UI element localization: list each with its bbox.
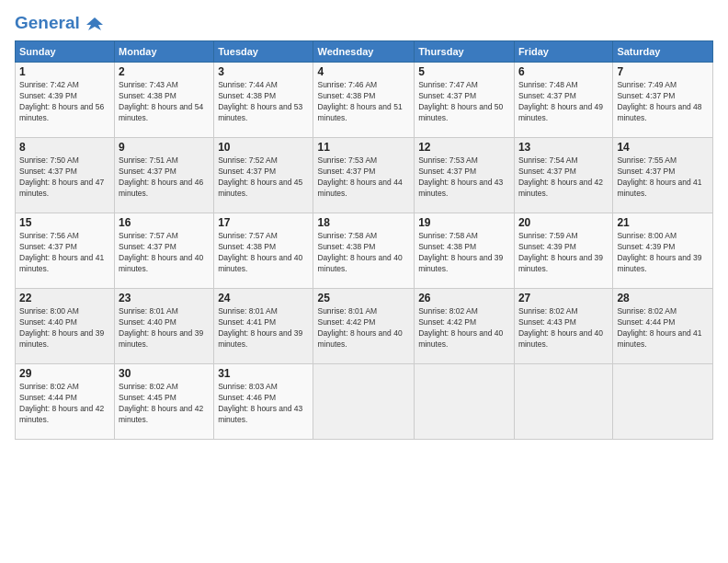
col-header-tuesday: Tuesday	[214, 40, 313, 62]
daylight-label: Daylight: 8 hours and 39 minutes.	[617, 253, 701, 273]
day-number: 25	[317, 292, 410, 304]
day-number: 8	[19, 141, 110, 154]
daylight-label: Daylight: 8 hours and 49 minutes.	[518, 102, 603, 122]
day-number: 22	[19, 292, 110, 304]
sunset-label: Sunset: 4:38 PM	[317, 242, 375, 251]
day-info: Sunrise: 7:59 AM Sunset: 4:39 PM Dayligh…	[518, 231, 609, 275]
calendar-cell: 16 Sunrise: 7:57 AM Sunset: 4:37 PM Dayl…	[115, 213, 214, 288]
calendar-cell: 25 Sunrise: 8:01 AM Sunset: 4:42 PM Dayl…	[313, 288, 415, 363]
sunset-label: Sunset: 4:38 PM	[218, 242, 276, 251]
calendar-cell: 31 Sunrise: 8:03 AM Sunset: 4:46 PM Dayl…	[214, 363, 313, 439]
day-info: Sunrise: 8:02 AM Sunset: 4:45 PM Dayligh…	[119, 382, 210, 426]
day-info: Sunrise: 7:54 AM Sunset: 4:37 PM Dayligh…	[518, 155, 609, 200]
day-number: 27	[518, 292, 609, 304]
calendar-cell: 30 Sunrise: 8:02 AM Sunset: 4:45 PM Dayl…	[115, 363, 214, 439]
day-number: 2	[119, 65, 210, 78]
day-info: Sunrise: 7:57 AM Sunset: 4:38 PM Dayligh…	[218, 231, 309, 275]
daylight-label: Daylight: 8 hours and 44 minutes.	[317, 178, 402, 198]
day-info: Sunrise: 7:50 AM Sunset: 4:37 PM Dayligh…	[19, 155, 110, 200]
day-info: Sunrise: 7:51 AM Sunset: 4:37 PM Dayligh…	[119, 155, 210, 200]
day-info: Sunrise: 7:55 AM Sunset: 4:37 PM Dayligh…	[617, 155, 709, 200]
sunset-label: Sunset: 4:39 PM	[19, 91, 77, 100]
daylight-label: Daylight: 8 hours and 39 minutes.	[218, 328, 302, 349]
daylight-label: Daylight: 8 hours and 39 minutes.	[19, 328, 104, 349]
day-number: 3	[218, 65, 309, 78]
day-number: 30	[119, 367, 210, 380]
day-info: Sunrise: 8:03 AM Sunset: 4:46 PM Dayligh…	[218, 382, 309, 426]
sunset-label: Sunset: 4:37 PM	[418, 91, 476, 100]
calendar-week-row: 8 Sunrise: 7:50 AM Sunset: 4:37 PM Dayli…	[16, 137, 713, 213]
day-number: 12	[418, 141, 510, 154]
day-number: 18	[317, 216, 410, 229]
daylight-label: Daylight: 8 hours and 54 minutes.	[119, 102, 203, 122]
day-number: 29	[19, 367, 110, 380]
day-number: 10	[218, 141, 309, 154]
sunrise-label: Sunrise: 7:57 AM	[218, 231, 278, 240]
day-number: 5	[418, 65, 510, 78]
day-info: Sunrise: 8:02 AM Sunset: 4:42 PM Dayligh…	[418, 306, 510, 350]
sunset-label: Sunset: 4:41 PM	[218, 317, 276, 327]
daylight-label: Daylight: 8 hours and 42 minutes.	[518, 178, 603, 198]
sunrise-label: Sunrise: 8:00 AM	[617, 231, 677, 240]
daylight-label: Daylight: 8 hours and 42 minutes.	[119, 404, 203, 424]
logo-bird-icon	[86, 16, 103, 32]
sunrise-label: Sunrise: 8:02 AM	[418, 306, 478, 316]
sunset-label: Sunset: 4:39 PM	[617, 242, 675, 251]
calendar-cell: 17 Sunrise: 7:57 AM Sunset: 4:38 PM Dayl…	[214, 213, 313, 288]
sunset-label: Sunset: 4:40 PM	[19, 317, 77, 327]
daylight-label: Daylight: 8 hours and 51 minutes.	[317, 102, 402, 122]
sunrise-label: Sunrise: 7:53 AM	[418, 155, 478, 165]
sunrise-label: Sunrise: 7:51 AM	[119, 155, 178, 165]
sunset-label: Sunset: 4:37 PM	[19, 242, 77, 251]
calendar-cell: 10 Sunrise: 7:52 AM Sunset: 4:37 PM Dayl…	[214, 137, 313, 213]
sunrise-label: Sunrise: 7:47 AM	[418, 80, 478, 89]
day-info: Sunrise: 8:00 AM Sunset: 4:40 PM Dayligh…	[19, 306, 110, 350]
sunrise-label: Sunrise: 7:55 AM	[617, 155, 677, 165]
sunrise-label: Sunrise: 7:53 AM	[317, 155, 377, 165]
day-info: Sunrise: 7:48 AM Sunset: 4:37 PM Dayligh…	[518, 80, 609, 124]
day-number: 20	[518, 216, 609, 229]
sunset-label: Sunset: 4:44 PM	[617, 317, 675, 327]
daylight-label: Daylight: 8 hours and 48 minutes.	[617, 102, 701, 122]
day-number: 11	[317, 141, 410, 154]
calendar-cell: 5 Sunrise: 7:47 AM Sunset: 4:37 PM Dayli…	[415, 62, 515, 137]
day-info: Sunrise: 7:44 AM Sunset: 4:38 PM Dayligh…	[218, 80, 309, 124]
sunrise-label: Sunrise: 8:00 AM	[19, 306, 79, 316]
day-number: 9	[119, 141, 210, 154]
sunset-label: Sunset: 4:38 PM	[418, 242, 476, 251]
calendar-cell: 14 Sunrise: 7:55 AM Sunset: 4:37 PM Dayl…	[613, 137, 713, 213]
daylight-label: Daylight: 8 hours and 40 minutes.	[518, 328, 603, 349]
calendar-cell: 19 Sunrise: 7:58 AM Sunset: 4:38 PM Dayl…	[415, 213, 515, 288]
day-number: 13	[518, 141, 609, 154]
calendar-cell: 22 Sunrise: 8:00 AM Sunset: 4:40 PM Dayl…	[16, 288, 115, 363]
sunrise-label: Sunrise: 7:54 AM	[518, 155, 578, 165]
day-number: 16	[119, 216, 210, 229]
calendar-cell: 24 Sunrise: 8:01 AM Sunset: 4:41 PM Dayl…	[214, 288, 313, 363]
day-info: Sunrise: 8:02 AM Sunset: 4:44 PM Dayligh…	[19, 382, 110, 426]
day-number: 1	[19, 65, 110, 78]
daylight-label: Daylight: 8 hours and 56 minutes.	[19, 102, 104, 122]
day-number: 23	[119, 292, 210, 304]
day-number: 6	[518, 65, 609, 78]
sunrise-label: Sunrise: 7:44 AM	[218, 80, 278, 89]
daylight-label: Daylight: 8 hours and 40 minutes.	[317, 328, 402, 349]
calendar-cell: 12 Sunrise: 7:53 AM Sunset: 4:37 PM Dayl…	[415, 137, 515, 213]
calendar-cell: 4 Sunrise: 7:46 AM Sunset: 4:38 PM Dayli…	[313, 62, 415, 137]
sunset-label: Sunset: 4:42 PM	[317, 317, 375, 327]
daylight-label: Daylight: 8 hours and 50 minutes.	[418, 102, 503, 122]
col-header-sunday: Sunday	[16, 40, 115, 62]
day-info: Sunrise: 7:42 AM Sunset: 4:39 PM Dayligh…	[19, 80, 110, 124]
header: General	[15, 13, 713, 33]
sunrise-label: Sunrise: 7:59 AM	[518, 231, 578, 240]
sunset-label: Sunset: 4:44 PM	[19, 393, 77, 402]
sunset-label: Sunset: 4:37 PM	[617, 167, 675, 176]
daylight-label: Daylight: 8 hours and 53 minutes.	[218, 102, 302, 122]
col-header-wednesday: Wednesday	[313, 40, 415, 62]
sunrise-label: Sunrise: 8:01 AM	[119, 306, 178, 316]
daylight-label: Daylight: 8 hours and 40 minutes.	[119, 253, 203, 273]
svg-marker-0	[86, 17, 103, 30]
day-info: Sunrise: 7:56 AM Sunset: 4:37 PM Dayligh…	[19, 231, 110, 275]
calendar-cell: 7 Sunrise: 7:49 AM Sunset: 4:37 PM Dayli…	[613, 62, 713, 137]
sunrise-label: Sunrise: 7:42 AM	[19, 80, 79, 89]
day-number: 26	[418, 292, 510, 304]
